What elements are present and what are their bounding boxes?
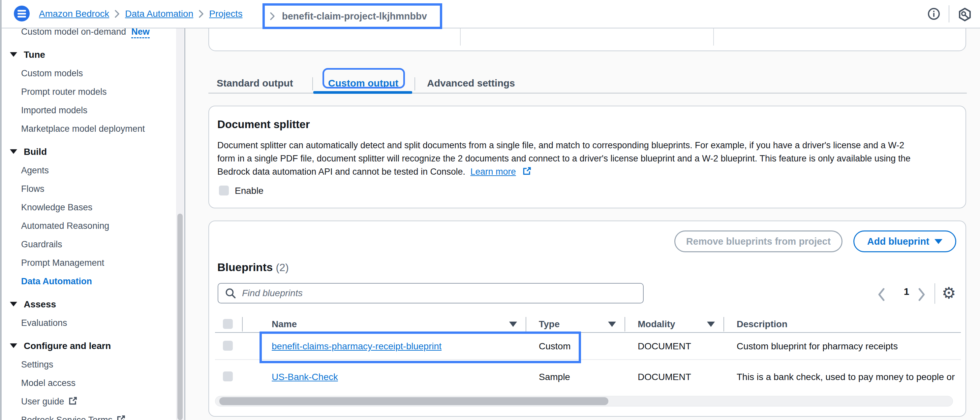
document-splitter-card: Document splitter Document splitter can … [208,105,966,208]
horizontal-scrollbar-thumb[interactable] [219,397,608,405]
sidebar-item-label: Flows [21,184,45,194]
blueprint-link-us-bank-check[interactable]: US-Bank-Check [272,372,338,382]
blueprints-heading: Blueprints (2) [217,261,289,274]
sidebar-item-knowledge-bases[interactable]: Knowledge Bases [0,198,185,217]
table-row: US-Bank-Check [272,371,338,383]
sidebar-section-tune[interactable]: Tune [0,46,185,64]
blueprint-description-cell: Custom blueprint for pharmacy receipts [737,340,898,353]
sidebar-item-label: Guardrails [21,240,62,249]
sort-filter-icon[interactable] [608,322,616,327]
sidebar-item-custom-models[interactable]: Custom models [0,64,185,83]
page-previous-icon[interactable] [877,287,886,302]
sidebar-item-guardrails[interactable]: Guardrails [0,235,185,254]
sidebar-section-assess[interactable]: Assess [0,295,185,314]
gear-icon[interactable]: ⚙ [942,283,956,303]
blueprints-title: Blueprints [217,261,273,273]
select-all-checkbox[interactable] [223,319,233,329]
toolbar-divider [934,283,935,304]
app-window: Amazon Bedrock Data Automation Projects … [0,0,980,420]
sidebar-item-agents[interactable]: Agents [0,161,185,180]
new-badge[interactable]: New [131,28,150,38]
sidebar-item-prompt-router-models[interactable]: Prompt router models [0,83,185,101]
card-column-divider [460,28,461,46]
breadcrumb-highlight-annotation: benefit-claim-project-lkjhmnbbv [262,3,442,29]
sidebar-item-evaluations[interactable]: Evaluations [0,314,185,332]
collapse-triangle-icon [10,343,17,348]
column-header-name[interactable]: Name [272,316,297,332]
hexagon-service-icon[interactable] [958,7,972,23]
add-blueprint-button[interactable]: Add blueprint [853,230,956,252]
page-number[interactable]: 1 [898,286,915,297]
blueprint-modality-cell: DOCUMENT [638,371,691,383]
section-title: Build [24,147,47,157]
external-link-icon [116,412,126,420]
sidebar-scrollbar-thumb[interactable] [177,214,183,420]
sidebar-item-label: Agents [21,165,49,175]
column-header-modality[interactable]: Modality [638,316,675,332]
column-divider [526,317,526,332]
sidebar-item-settings[interactable]: Settings [0,355,185,374]
blueprint-modality-cell: DOCUMENT [638,340,691,353]
button-label: Add blueprint [867,236,929,247]
sidebar-item-label: Evaluations [21,318,67,328]
sidebar-section-configure-and-learn[interactable]: Configure and learn [0,337,185,355]
document-splitter-title: Document splitter [217,118,310,131]
breadcrumb-link-projects[interactable]: Projects [209,9,242,19]
breadcrumb-link-data-automation[interactable]: Data Automation [125,9,193,19]
sidebar-item-imported-models[interactable]: Imported models [0,101,185,120]
blueprint-type-cell: Sample [539,371,570,383]
sidebar-item-label: Marketplace model deployment [21,124,145,134]
row-checkbox[interactable] [223,341,233,351]
page-next-icon[interactable] [917,287,927,302]
learn-more-link[interactable]: Learn more [471,167,516,177]
section-title: Assess [24,299,56,310]
sidebar-item-model-access[interactable]: Model access [0,374,185,392]
sidebar-item-prompt-management[interactable]: Prompt Management [0,254,185,272]
remove-blueprints-button[interactable]: Remove blueprints from project [675,230,843,252]
sort-filter-icon[interactable] [509,322,517,327]
sidebar-item-label: Prompt router models [21,87,107,97]
column-divider [242,317,243,332]
tab-separator [312,77,313,91]
window-left-edge [0,0,2,420]
search-icon [225,287,236,299]
blueprint-description-cell: This is a bank check, used to pay money … [737,371,955,383]
column-divider [625,317,625,332]
sidebar-item-label: Knowledge Bases [21,203,92,212]
tab-standard-output[interactable]: Standard output [216,75,293,92]
sidebar-item-user-guide[interactable]: User guide [0,392,185,411]
breadcrumb: Amazon Bedrock Data Automation Projects [39,0,242,28]
info-icon[interactable] [927,7,940,22]
search-input[interactable] [241,287,622,299]
sidebar-item-marketplace-model-deployment[interactable]: Marketplace model deployment [0,120,185,138]
row-checkbox[interactable] [223,372,233,382]
menu-bar-icon [18,10,26,11]
menu-icon[interactable] [14,6,30,21]
sidebar-item-data-automation[interactable]: Data Automation [0,272,185,291]
enable-label: Enable [235,184,264,198]
column-header-type[interactable]: Type [539,316,560,332]
sidebar-item-label: Settings [21,359,53,369]
sidebar-item-custom-model-on-demand[interactable]: Custom model on-demandNew [0,28,185,41]
search-box[interactable] [218,283,644,303]
chevron-right-icon [269,12,275,21]
section-title: Tune [24,50,45,60]
collapse-triangle-icon [10,149,17,154]
column-divider [724,317,724,332]
sidebar-section-build[interactable]: Build [0,143,185,161]
breadcrumb-link-amazon-bedrock[interactable]: Amazon Bedrock [39,9,109,19]
sidebar-item-bedrock-service-terms[interactable]: Bedrock Service Terms [0,411,185,420]
tab-advanced-settings[interactable]: Advanced settings [427,75,515,92]
button-label: Remove blueprints from project [686,236,830,247]
top-navigation-bar: Amazon Bedrock Data Automation Projects … [0,0,980,29]
blueprints-card: Remove blueprints from project Add bluep… [208,220,966,417]
external-link-icon [68,393,78,412]
column-header-description[interactable]: Description [737,316,788,332]
enable-checkbox[interactable] [219,185,229,195]
sidebar-item-flows[interactable]: Flows [0,180,185,198]
row-highlight-annotation [259,332,581,363]
sort-filter-icon[interactable] [707,322,715,327]
nav-divider [949,5,949,22]
menu-bar-icon [18,13,26,14]
sidebar-item-automated-reasoning[interactable]: Automated Reasoning [0,217,185,235]
